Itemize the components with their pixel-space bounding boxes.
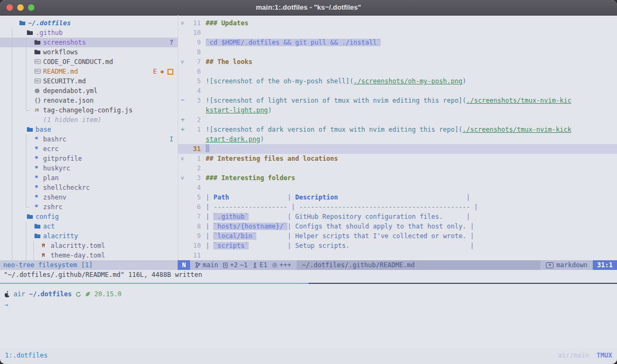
rc-file-icon: *: [34, 134, 38, 144]
fold-marker[interactable]: ∨: [180, 18, 188, 28]
editor-line[interactable]: ∨3### Interesting folders: [178, 173, 617, 183]
editor-line[interactable]: 10| `scripts` | Setup scripts. |: [178, 241, 617, 251]
tree-item--1-hidden-item-[interactable]: (1 hidden item): [0, 115, 178, 125]
tree-item-renovate.json[interactable]: {}renovate.json: [0, 96, 178, 105]
gutter: [180, 105, 188, 115]
indent-guide: [12, 115, 12, 125]
editor-line[interactable]: 7| `.github` | GitHub Repository configu…: [178, 212, 617, 222]
indent-guide: [26, 202, 30, 208]
tree-item-readme.md[interactable]: README.mdE●: [0, 67, 178, 76]
tree-item-workflows[interactable]: workflows: [0, 47, 178, 57]
apple-icon: [4, 291, 10, 297]
editor-line[interactable]: 6: [178, 67, 617, 76]
tree-item-base[interactable]: base: [0, 125, 178, 134]
indent-guide: [26, 183, 26, 192]
toml-icon: M: [42, 241, 45, 251]
editor-line[interactable]: ∨7## The looks: [178, 57, 617, 67]
line-text: ## The looks: [206, 57, 253, 67]
prompt-arrow[interactable]: →: [4, 300, 8, 310]
rc-file-icon: *: [34, 173, 38, 183]
tree-item-shellcheckrc[interactable]: *shellcheckrc: [0, 183, 178, 192]
editor-line[interactable]: +2: [178, 115, 617, 125]
indent-guide: [26, 251, 26, 260]
editor-line[interactable]: 8: [178, 47, 617, 57]
editor-buffer[interactable]: ∨11### Updates109`cd $HOME/.dotfiles && …: [178, 18, 617, 260]
editor-line[interactable]: 5| Path | Description |: [178, 192, 617, 202]
editor-line[interactable]: 4: [178, 183, 617, 192]
tree-item-alacritty[interactable]: alacritty: [0, 231, 178, 241]
tree-item-bashrc[interactable]: *bashrcI: [0, 134, 178, 144]
editor-line[interactable]: 8| `hosts/{hostname}/`| Configs that sho…: [178, 222, 617, 231]
editor-line-current[interactable]: 31: [178, 144, 617, 154]
tree-item-label: ~/.dotfiles: [28, 18, 71, 28]
indent-guide: [12, 144, 12, 154]
indent-guide: [12, 231, 12, 241]
git-branch-segment: main: [195, 260, 218, 270]
editor-line[interactable]: 6| ------------------- | ---------------…: [178, 202, 617, 212]
editor-line[interactable]: +1![screenshot of dark version of tmux w…: [178, 125, 617, 134]
tree-item-badges: ?: [170, 38, 173, 47]
editor-line[interactable]: ∨1## Interesting files and locations: [178, 154, 617, 163]
extra-segment: ◎ +++: [272, 260, 291, 270]
editor-line[interactable]: ∨11### Updates: [178, 18, 617, 28]
fold-marker[interactable]: ∨: [180, 154, 188, 163]
tree-item-plan[interactable]: *plan: [0, 173, 178, 183]
tree-item-config[interactable]: config: [0, 212, 178, 222]
editor-line[interactable]: kstart-light.png): [178, 105, 617, 115]
tree-item-ecrc[interactable]: *ecrc: [0, 144, 178, 154]
line-number: 4: [188, 183, 201, 192]
line-text: | `.github` | GitHub Repository configur…: [206, 212, 470, 222]
editor-line[interactable]: 10: [178, 28, 617, 38]
line-number: 11: [188, 251, 201, 260]
line-number: 2: [188, 163, 201, 173]
tree-item-tag-changelog-config.js[interactable]: JStag-changelog-config.js: [0, 105, 178, 115]
target-icon: ◎: [272, 260, 278, 270]
tree-item-alacritty.toml[interactable]: Malacritty.toml: [0, 241, 178, 251]
tree-item-gitprofile[interactable]: *gitprofile: [0, 154, 178, 163]
tree-item-label: huskyrc: [43, 163, 71, 173]
tree-item-zshrc[interactable]: *zshrc: [0, 202, 178, 212]
indent-guide: [26, 38, 26, 47]
shell-pane[interactable]: air ~/.dotfiles 20.15.0 →: [0, 285, 617, 348]
indent-guide: [12, 76, 12, 86]
tmux-badge: TMUX: [597, 351, 612, 360]
editor-line[interactable]: 11: [178, 251, 617, 260]
editor-line[interactable]: start-dark.png): [178, 134, 617, 144]
tree-item-huskyrc[interactable]: *huskyrc: [0, 163, 178, 173]
indent-guide: [33, 241, 34, 251]
editor-line[interactable]: 9`cd $HOME/.dotfiles && git pull && ./in…: [178, 38, 617, 47]
tree-item-label: screenshots: [43, 38, 86, 47]
line-number: 1: [188, 154, 201, 163]
tree-item-.github[interactable]: .github: [0, 28, 178, 38]
indent-guide: [12, 173, 12, 183]
fold-marker[interactable]: ∨: [180, 173, 188, 183]
tree-item-zshenv[interactable]: *zshenv: [0, 192, 178, 202]
line-number: 6: [188, 67, 201, 76]
line-number: 7: [188, 212, 201, 222]
line-text: `cd $HOME/.dotfiles && git pull && ./ins…: [206, 38, 381, 47]
tree-item-~-.dotfiles[interactable]: ~/.dotfiles: [0, 18, 178, 28]
indent-guide: [12, 125, 12, 134]
tree-item-label: act: [43, 222, 55, 231]
tree-item-act[interactable]: act: [0, 222, 178, 231]
editor-line[interactable]: 2: [178, 163, 617, 173]
indent-guide: [26, 154, 26, 163]
tree-item-theme-day.toml[interactable]: Mtheme-day.toml: [0, 251, 178, 260]
tmux-pane-border[interactable]: [0, 283, 617, 284]
tree-item-code-of-conduct.md[interactable]: CODE_OF_CONDUCT.md: [0, 57, 178, 67]
tmux-window-label[interactable]: 1:.dotfiles: [5, 351, 47, 360]
tree-item-screenshots[interactable]: screenshots?: [0, 38, 178, 47]
editor-line[interactable]: 9| `local/bin` | Helper scripts that I'v…: [178, 231, 617, 241]
editor-line[interactable]: 5![screenshot of the oh-my-posh shell](.…: [178, 76, 617, 86]
text-cursor: [206, 144, 209, 152]
line-number: 3: [188, 96, 201, 105]
modified-dot-badge: ●: [161, 67, 164, 76]
editor-line[interactable]: ~3![screenshot of light version of tmux …: [178, 96, 617, 105]
tree-item-security.md[interactable]: SECURITY.md: [0, 76, 178, 86]
gutter: [180, 76, 188, 86]
line-text: ### Updates: [206, 18, 248, 28]
fold-marker[interactable]: ∨: [180, 57, 188, 67]
tree-item-dependabot.yml[interactable]: dependabot.yml: [0, 86, 178, 96]
line-number: 11: [188, 18, 201, 28]
editor-line[interactable]: 4: [178, 86, 617, 96]
